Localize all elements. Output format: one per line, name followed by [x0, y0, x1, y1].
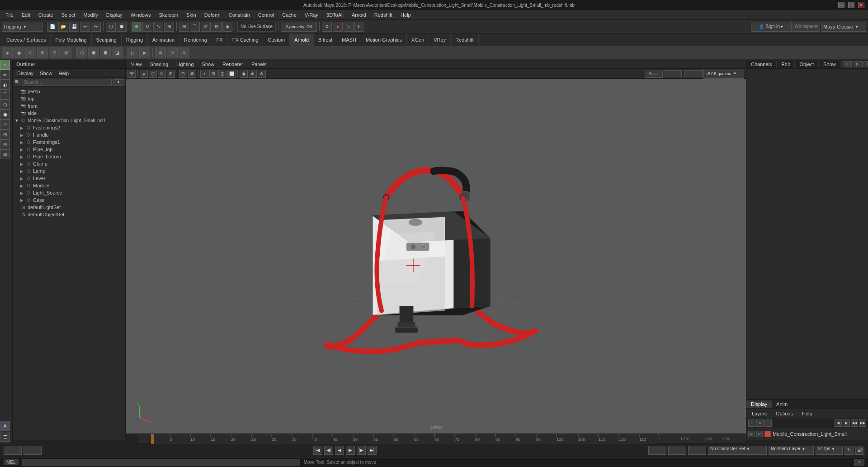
shelf-icon-2[interactable]: ◉: [14, 48, 24, 58]
tree-item-clamp[interactable]: ▶ ⬡ Clamp: [13, 160, 125, 167]
shelf-tab-custom[interactable]: Custom: [263, 33, 290, 46]
menu-display[interactable]: Display: [103, 11, 126, 19]
shelf-icon-11[interactable]: ▷: [127, 48, 138, 58]
shelf-icon-8[interactable]: ⬢: [88, 48, 99, 58]
snap-grid-button[interactable]: ⊞: [179, 22, 189, 32]
pause-button[interactable]: ⏸: [354, 22, 364, 32]
layer-visibility-v[interactable]: V: [748, 431, 755, 437]
save-scene-button[interactable]: 💾: [69, 22, 79, 32]
maximize-button[interactable]: □: [848, 2, 854, 8]
arnold-left-btn[interactable]: A: [0, 421, 10, 431]
shelf-icon-9[interactable]: ⬣: [100, 48, 111, 58]
menu-arnold[interactable]: Arnold: [348, 11, 370, 19]
menu-control[interactable]: Control: [255, 11, 278, 19]
menu-skin[interactable]: Skin: [183, 11, 199, 19]
layer-new-anim-button[interactable]: ⊕: [756, 419, 764, 427]
menu-3dtoall[interactable]: 3DToAll: [323, 11, 347, 19]
rpanel-expand-left[interactable]: ◁: [842, 61, 852, 67]
minimize-button[interactable]: —: [838, 2, 844, 8]
vp-layout-4[interactable]: ⊞: [209, 70, 217, 78]
tree-item-top[interactable]: 📷 top: [13, 95, 125, 102]
layer-scroll-left[interactable]: ◀◀: [851, 419, 858, 427]
undo-button[interactable]: ↩: [80, 22, 90, 32]
range-start-input[interactable]: 1: [24, 446, 42, 455]
vp-select-by-color[interactable]: ◈: [140, 70, 148, 78]
layer-visibility-p[interactable]: P: [756, 431, 763, 437]
select-tool-button[interactable]: ⬡: [106, 22, 116, 32]
menu-modify[interactable]: Modify: [80, 11, 101, 19]
vp-layout-2h[interactable]: ◫: [218, 70, 226, 78]
menu-skeleton[interactable]: Skeleton: [155, 11, 182, 19]
shelf-tab-redshift[interactable]: Redshift: [451, 33, 478, 46]
vp-frame-all-button[interactable]: ⊕: [249, 70, 257, 78]
viewport-menu-view[interactable]: View: [127, 61, 146, 67]
tree-item-fastenings2[interactable]: ▶ ⬡ Fastenings2: [13, 124, 125, 131]
da-tab-anim[interactable]: Anim: [772, 400, 792, 408]
tree-item-handle[interactable]: ▶ ⬡ Handle: [13, 131, 125, 138]
rpanel-tab-edit[interactable]: Edit: [777, 61, 795, 68]
vp-isolate-button[interactable]: ◉: [240, 70, 248, 78]
shelf-icon-4[interactable]: ⊞: [37, 48, 48, 58]
menu-file[interactable]: File: [2, 11, 17, 19]
mel-mode-label[interactable]: MEL: [4, 459, 19, 465]
vp-layout-single[interactable]: ▪: [200, 70, 208, 78]
dst-layers[interactable]: Layers: [748, 410, 770, 417]
mel-script-input[interactable]: [22, 459, 300, 466]
menu-windows[interactable]: Windows: [127, 11, 155, 19]
shelf-tab-animation[interactable]: Animation: [148, 33, 179, 46]
menu-edit[interactable]: Edit: [18, 11, 34, 19]
dst-help[interactable]: Help: [798, 410, 816, 417]
lasso-tool-button[interactable]: ⬢: [117, 22, 127, 32]
layer-scroll-right[interactable]: ▶▶: [859, 419, 866, 427]
range-end3-input[interactable]: 200: [688, 446, 706, 455]
outliner-menu-show[interactable]: Show: [37, 70, 55, 77]
status-help-button[interactable]: ?: [854, 459, 864, 466]
da-tab-display[interactable]: Display: [746, 400, 772, 408]
outliner-menu-display[interactable]: Display: [14, 70, 36, 77]
shelf-tab-rendering[interactable]: Rendering: [179, 33, 212, 46]
tree-item-default-light-set[interactable]: ⊙ defaultLightSet: [13, 204, 125, 211]
menu-redshift[interactable]: Redshift: [371, 11, 396, 19]
ipr-button[interactable]: ▷: [344, 22, 354, 32]
shelf-tab-curves-surfaces[interactable]: Curves / Surfaces: [2, 33, 51, 46]
rotate-tool-button[interactable]: ↻: [142, 22, 152, 32]
step-back-button[interactable]: ◀|: [324, 446, 333, 455]
shelf-icon-13[interactable]: ⊕: [155, 48, 166, 58]
viewport-menu-lighting[interactable]: Lighting: [173, 61, 198, 67]
component-button[interactable]: ⬡: [0, 100, 10, 110]
outliner-search-options[interactable]: ▼: [113, 79, 123, 86]
shelf-icon-10[interactable]: ◪: [112, 48, 123, 58]
shelf-tab-rigging[interactable]: Rigging: [122, 33, 148, 46]
vp-camera-select[interactable]: 📷: [127, 70, 136, 78]
shelf-icon-6[interactable]: ⊠: [61, 48, 71, 58]
layer-next-button[interactable]: ▶: [843, 419, 850, 427]
tree-item-side[interactable]: 📷 side: [13, 110, 125, 117]
viewport-menu-show[interactable]: Show: [198, 61, 218, 67]
constrain-button[interactable]: ⊞: [0, 129, 10, 139]
shelf-icon-5[interactable]: ⊟: [49, 48, 60, 58]
shelf-tab-sculpting[interactable]: Sculpting: [92, 33, 122, 46]
shelf-icon-15[interactable]: ⊗: [179, 48, 189, 58]
no-anim-layer-dropdown[interactable]: No Anim Layer ▼: [769, 446, 814, 455]
snap-surface-button[interactable]: ◈: [222, 22, 232, 32]
tree-item-module[interactable]: ▶ ⬡ Module: [13, 182, 125, 189]
dst-options[interactable]: Options: [772, 410, 797, 417]
render-panel-button[interactable]: ⊠: [0, 149, 10, 159]
current-frame-left-input[interactable]: 1: [4, 446, 22, 455]
tree-item-lamp[interactable]: ▶ ⬡ Lamp: [13, 167, 125, 175]
refresh-button[interactable]: ↻: [844, 446, 854, 455]
tree-item-lever[interactable]: ▶ ⬡ Lever: [13, 175, 125, 182]
vp-frame-sel-button[interactable]: ⊗: [258, 70, 266, 78]
viewport-menu-panels[interactable]: Panels: [248, 61, 270, 67]
go-to-end-button[interactable]: ▶|: [368, 446, 377, 455]
rpanel-tab-channels[interactable]: Channels: [746, 61, 777, 68]
tree-item-case[interactable]: ▶ ⬡ Case: [13, 196, 125, 204]
viewport-menu-renderer[interactable]: Renderer: [219, 61, 247, 67]
tree-item-pipe-top[interactable]: ▶ ⬡ Pipe_top: [13, 146, 125, 153]
vp-select-object[interactable]: ⊙: [158, 70, 166, 78]
snap-button[interactable]: ⊙: [0, 119, 10, 129]
vp-layout-2v[interactable]: ⬜: [227, 70, 236, 78]
vp-colorspace-dropdown[interactable]: sRGB gamma ▼: [703, 69, 744, 79]
shelf-tab-arnold[interactable]: Arnold: [290, 33, 314, 46]
render-button[interactable]: 🔺: [333, 22, 343, 32]
